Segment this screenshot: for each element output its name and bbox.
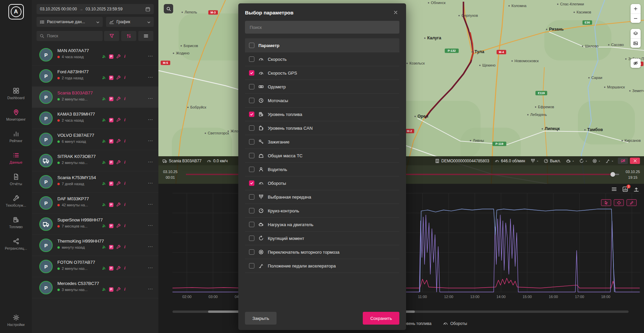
nav-item-relay[interactable]: Ретрансляц... (0, 233, 32, 255)
nav-item-fuel[interactable]: Топливо (0, 212, 32, 233)
vehicle-row[interactable]: PScania B303AB772 минуты наз...Pi… (32, 87, 158, 108)
row-menu-button[interactable]: … (148, 94, 153, 100)
vehicle-row[interactable]: SuperSnow H998HH777 месяцев на...Pi… (32, 214, 158, 235)
param-row[interactable]: Общая масса ТС (245, 149, 399, 163)
param-row[interactable]: Положение педали акселератора (245, 259, 399, 273)
annotate-tool-button[interactable] (627, 199, 637, 206)
vehicle-row[interactable]: PMAN A007AA774 часа назадPi… (32, 44, 158, 66)
row-menu-button[interactable]: … (148, 136, 153, 142)
param-row[interactable]: Выбранная передача (245, 190, 399, 204)
legend-item[interactable]: Обороты (443, 321, 467, 326)
param-row[interactable]: Зажигание (245, 135, 399, 149)
vehicle-row[interactable]: PDAF M033KP7742 минуты на...Pi… (32, 193, 158, 214)
row-menu-button[interactable]: … (148, 158, 153, 164)
chart-list-button[interactable] (611, 186, 617, 192)
param-checkbox[interactable] (249, 56, 254, 62)
info-badge[interactable]: i (123, 118, 126, 122)
info-badge[interactable]: i (123, 202, 126, 207)
sort-button[interactable] (121, 31, 136, 41)
info-badge[interactable]: i (123, 54, 126, 59)
filter-button[interactable] (104, 31, 119, 41)
info-badge[interactable]: i (123, 245, 126, 249)
param-checkbox[interactable] (249, 208, 254, 213)
param-row[interactable]: Моточасы (245, 94, 399, 108)
info-badge[interactable]: i (123, 181, 126, 186)
date-range-picker[interactable]: 03.10.2025 00:00:00 → 03.10.2025 23:59:5… (37, 4, 154, 14)
list-menu-button[interactable] (138, 31, 153, 41)
zoom-out-button[interactable] (631, 13, 641, 23)
param-row[interactable]: Уровень топлива (245, 108, 399, 121)
nav-item-reports[interactable]: Отчёты (0, 169, 32, 190)
data-type-dropdown[interactable]: Рассчитанные дан... (37, 17, 103, 27)
row-menu-button[interactable]: … (148, 179, 153, 185)
row-menu-button[interactable]: … (148, 285, 153, 291)
param-row[interactable]: Скорость GPS (245, 66, 399, 80)
row-menu-button[interactable]: … (148, 115, 153, 121)
info-badge[interactable]: i (123, 139, 126, 143)
row-menu-button[interactable]: … (148, 263, 153, 269)
param-row[interactable]: Водитель (245, 163, 399, 176)
param-checkbox[interactable] (249, 84, 254, 89)
nav-item-service[interactable]: Техобслуж... (0, 190, 32, 212)
close-track-button[interactable] (630, 158, 640, 164)
vehicle-search-input[interactable] (46, 33, 100, 39)
vehicle-row[interactable]: PVOLVO E387AE776 минут назадPi… (32, 129, 158, 150)
param-row[interactable]: Крутящий момент (245, 232, 399, 245)
vehicle-row[interactable]: PКАМАЗ B379MH772 часа назадPi… (32, 108, 158, 129)
row-menu-button[interactable]: … (148, 52, 153, 58)
param-row[interactable]: Переключатель моторного тормоза (245, 245, 399, 259)
row-menu-button[interactable]: … (148, 200, 153, 206)
info-badge[interactable]: i (123, 287, 126, 292)
app-logo[interactable]: A (8, 4, 24, 19)
hide-tracks-button[interactable] (631, 58, 641, 68)
vehicle-row[interactable]: SITRAK K073OB772 минуты наз...Pi… (32, 150, 158, 171)
modal-search-input[interactable] (249, 25, 395, 30)
info-badge[interactable]: i (123, 75, 126, 80)
param-row[interactable]: Уровень топлива CAN (245, 121, 399, 135)
camera-off-button[interactable] (618, 158, 628, 164)
param-checkbox[interactable] (249, 180, 254, 186)
param-checkbox[interactable] (249, 249, 254, 255)
vehicle-row[interactable]: PMercedes C537BC773 минуты наз...Pi… (32, 277, 158, 298)
row-menu-button[interactable]: … (148, 242, 153, 248)
vehicle-row[interactable]: PThermoKing H999HH77минуту назадPi… (32, 235, 158, 256)
view-type-dropdown[interactable]: График (106, 17, 154, 27)
row-menu-button[interactable]: … (148, 221, 153, 227)
param-checkbox[interactable] (249, 167, 254, 172)
param-row[interactable]: Нагрузка на двигатель (245, 218, 399, 232)
info-badge[interactable]: i (123, 266, 126, 270)
nav-item-data[interactable]: Данные (0, 147, 32, 169)
param-checkbox[interactable] (249, 222, 254, 227)
vehicle-row[interactable]: PFOTON O707AB772 минуты наз...Pi… (32, 256, 158, 277)
param-checkbox[interactable] (249, 263, 254, 268)
cursor-tool-button[interactable] (601, 199, 611, 206)
param-row[interactable]: Скорость (245, 52, 399, 66)
row-menu-button[interactable]: … (148, 73, 153, 79)
param-row[interactable]: Одометр (245, 80, 399, 94)
target-tool-button[interactable] (614, 199, 624, 206)
param-checkbox[interactable] (249, 194, 254, 200)
layers-button[interactable] (631, 29, 641, 38)
modal-close-button[interactable] (392, 9, 399, 16)
param-row[interactable]: Обороты (245, 176, 399, 190)
nav-item-rating[interactable]: Рейтинг (0, 126, 32, 147)
vehicle-row[interactable]: PFord A873HH772 года назадPi… (32, 66, 158, 87)
info-badge[interactable]: i (123, 96, 126, 101)
param-checkbox[interactable] (249, 153, 254, 158)
param-row[interactable]: Круиз-контроль (245, 204, 399, 218)
param-checkbox[interactable] (249, 236, 254, 241)
param-checkbox[interactable] (249, 70, 254, 76)
param-checkbox[interactable] (249, 98, 254, 103)
chart-params-button[interactable]: 3 (622, 186, 628, 192)
zoom-in-button[interactable] (631, 4, 641, 13)
chart-export-button[interactable] (633, 186, 639, 192)
map-search-button[interactable] (164, 4, 173, 13)
save-button[interactable]: Сохранить (363, 312, 399, 325)
nav-item-monitoring[interactable]: Мониторинг (0, 104, 32, 126)
select-all-checkbox[interactable] (249, 43, 254, 48)
time-slider-handle[interactable] (610, 172, 615, 177)
terrain-button[interactable] (631, 38, 641, 48)
nav-item-settings[interactable]: Настройки (0, 309, 32, 331)
close-button[interactable]: Закрыть (245, 312, 277, 325)
param-checkbox[interactable] (249, 112, 254, 117)
